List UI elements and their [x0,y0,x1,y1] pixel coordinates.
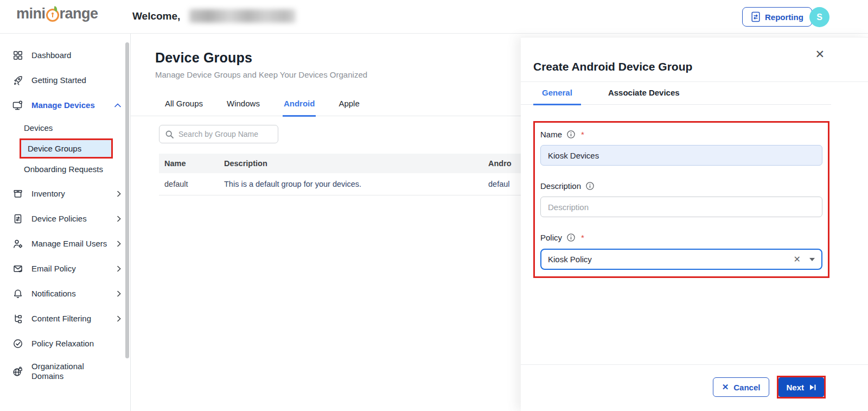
clear-selection-icon[interactable]: ✕ [794,254,801,264]
avatar-initial: S [816,12,822,22]
sidebar-item-label: Policy Relaxation [31,339,94,349]
column-header-description: Description [224,159,488,168]
sidebar-item-device-policies[interactable]: Device Policies [0,206,130,231]
sidebar-item-label: Notifications [31,289,76,299]
sidebar-item-label: Organizational Domains [31,362,97,381]
chevron-up-icon [114,103,122,108]
tab-android[interactable]: Android [283,94,316,117]
reporting-button[interactable]: Reporting [742,7,812,27]
description-label: Description [540,181,581,191]
mail-check-icon [12,263,23,275]
sidebar-item-getting-started[interactable]: Getting Started [0,68,130,93]
sidebar-item-inventory[interactable]: Inventory [0,181,130,206]
sidebar-item-label: Email Policy [31,264,76,274]
bell-icon [12,288,23,300]
sidebar-item-label: Onboarding Requests [24,165,103,174]
chevron-right-icon [117,190,122,198]
chevron-down-icon[interactable] [809,258,815,261]
platform-tabs: All Groups Windows Android Apple [131,94,521,116]
drawer-tabs: General Associate Devices [521,82,831,105]
sidebar-item-label: Device Groups [28,144,81,153]
sidebar-item-devices[interactable]: Devices [0,119,130,137]
drawer-footer: ✕ Cancel Next [713,377,824,397]
box-icon [12,188,23,200]
reporting-button-label: Reporting [765,12,803,22]
sitemap-icon [12,313,23,325]
column-header-name: Name [159,159,224,168]
manage-devices-submenu: Devices Device Groups Onboarding Request… [0,119,130,178]
required-asterisk: * [581,233,584,242]
footer-divider [521,364,868,365]
policy-label: Policy [540,233,562,242]
user-gear-icon [12,238,23,250]
cell-group-name: default [159,180,224,188]
sidebar-item-device-groups[interactable]: Device Groups [20,138,113,159]
sidebar-item-email-policy[interactable]: Email Policy [0,256,130,281]
tab-associate-devices[interactable]: Associate Devices [599,82,688,105]
sidebar-item-policy-relaxation[interactable]: Policy Relaxation [0,331,130,356]
sidebar-scrollbar-thumb[interactable] [125,42,129,358]
cancel-x-icon: ✕ [722,382,729,392]
dashboard-icon [12,50,23,61]
chevron-right-icon [117,240,122,248]
sidebar-item-manage-email-users[interactable]: Manage Email Users [0,231,130,256]
next-button[interactable]: Next [778,377,824,397]
name-field-label-row: Name * [540,128,822,140]
rocket-icon [12,75,23,86]
name-label: Name [540,130,562,139]
tab-windows[interactable]: Windows [226,94,261,117]
sidebar-item-organizational-domains[interactable]: Organizational Domains [0,356,130,387]
drawer-title: Create Android Device Group [533,60,868,73]
page-title: Device Groups [155,50,521,66]
user-avatar[interactable]: S [809,7,829,27]
close-icon[interactable]: ✕ [815,48,825,60]
check-circle-icon [12,338,23,350]
tab-apple[interactable]: Apple [337,94,360,117]
skip-next-icon [809,384,816,391]
orange-ring-icon [46,9,59,22]
redacted-username [189,9,296,23]
sidebar-item-onboarding-requests[interactable]: Onboarding Requests [0,160,130,178]
info-icon[interactable] [566,233,576,242]
tab-general[interactable]: General [533,82,581,105]
info-icon[interactable] [585,181,595,191]
chevron-right-icon [117,315,122,323]
sidebar-item-label: Getting Started [31,75,86,85]
info-icon[interactable] [566,130,576,139]
report-document-icon [751,11,761,22]
sidebar-item-dashboard[interactable]: Dashboard [0,43,130,68]
search-icon [165,130,174,139]
chevron-right-icon [117,265,122,273]
logo-text-left: mini [16,5,46,22]
top-header: minirange Welcome, Reporting S [0,0,868,34]
chevron-right-icon [117,215,122,223]
policy-doc-icon [12,213,23,225]
policy-select[interactable]: Kiosk Policy ✕ [540,249,822,270]
page-subtitle: Manage Device Groups and Keep Your Devic… [155,70,521,79]
required-asterisk: * [581,130,584,139]
sidebar-item-label: Dashboard [31,50,71,60]
cell-group-description: This is a default group for your devices… [224,180,488,188]
description-field-label-row: Description [540,180,822,192]
cancel-button[interactable]: ✕ Cancel [713,377,770,397]
group-description-input[interactable] [540,197,822,217]
group-name-input[interactable] [540,145,822,166]
chevron-right-icon [117,290,122,298]
sidebar-item-label: Device Policies [31,214,87,224]
tab-all-groups[interactable]: All Groups [164,94,204,117]
policy-select-value: Kiosk Policy [548,255,794,264]
miniorange-logo: minirange [16,5,98,22]
welcome-label: Welcome, [132,10,180,22]
group-search-box [159,125,278,143]
sidebar-item-manage-devices[interactable]: Manage Devices [0,93,130,118]
sidebar-item-notifications[interactable]: Notifications [0,281,130,306]
sidebar-item-label: Inventory [31,189,65,199]
monitor-icon [12,100,23,111]
search-input[interactable] [178,130,265,138]
sidebar-item-label: Devices [24,123,53,132]
logo-text-right: range [60,5,98,22]
sidebar-item-content-filtering[interactable]: Content Filtering [0,306,130,331]
globe-lock-icon [12,366,23,377]
sidebar-item-label: Content Filtering [31,314,91,324]
sidebar-nav: Dashboard Getting Started Manage Devices [0,34,131,411]
